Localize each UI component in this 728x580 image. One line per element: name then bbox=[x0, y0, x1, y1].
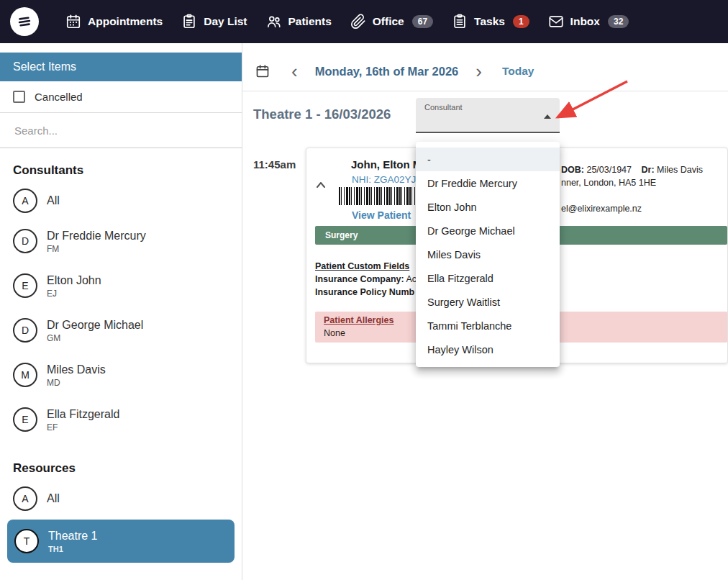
current-date-label: Monday, 16th of Mar 2026 bbox=[315, 65, 459, 78]
nav-tasks[interactable]: Tasks 1 bbox=[442, 14, 539, 30]
resource-name: Theatre 1 bbox=[48, 529, 97, 543]
consultant-code: EJ bbox=[47, 289, 101, 299]
menu-option-elton-john[interactable]: Elton John bbox=[416, 195, 560, 219]
dob-value: 25/03/1947 bbox=[586, 165, 632, 175]
nav-label: Day List bbox=[204, 15, 247, 28]
menu-option-hayley-wilson[interactable]: Hayley Wilson bbox=[416, 337, 560, 361]
consultant-select[interactable]: Consultant bbox=[416, 98, 560, 133]
avatar: M bbox=[13, 363, 37, 387]
calendar-icon bbox=[255, 64, 270, 78]
consultant-code: MD bbox=[47, 379, 106, 388]
consultant-name: Dr Freddie Mercury bbox=[47, 229, 146, 243]
consultant-name: Ella Fitzgerald bbox=[47, 407, 119, 422]
theatre-day-title: Theatre 1 - 16/03/2026 bbox=[253, 107, 391, 122]
resource-name: All bbox=[47, 491, 60, 506]
sidebar-item-ella-fitzgerald[interactable]: E Ella Fitzgerald EF bbox=[0, 397, 242, 442]
sidebar-item-george-michael[interactable]: D Dr George Michael GM bbox=[0, 308, 242, 353]
date-navigation-bar: ‹ Monday, 16th of Mar 2026 › Today bbox=[242, 43, 728, 91]
menu-option-george-michael[interactable]: Dr George Michael bbox=[416, 219, 560, 243]
next-day-button[interactable]: › bbox=[468, 62, 489, 81]
cancelled-filter-row: Cancelled bbox=[0, 81, 242, 113]
cancelled-label: Cancelled bbox=[35, 91, 83, 103]
app-logo[interactable] bbox=[10, 7, 39, 36]
dob-label: DOB: bbox=[561, 165, 584, 175]
menu-option-ella-fitzgerald[interactable]: Ella Fitzgerald bbox=[416, 266, 560, 290]
insurance-company-value: Ac bbox=[406, 274, 417, 284]
consultant-select-label: Consultant bbox=[424, 103, 463, 112]
tasks-badge: 1 bbox=[513, 15, 529, 28]
consultant-name: All bbox=[47, 194, 60, 208]
nav-patients[interactable]: Patients bbox=[257, 14, 341, 30]
patient-details: DOB: 25/03/1947 Dr: Miles Davis nner, Lo… bbox=[561, 163, 703, 189]
nav-label: Patients bbox=[288, 15, 332, 28]
search-row bbox=[0, 113, 242, 148]
consultant-code: FM bbox=[47, 245, 146, 254]
nav-label: Office bbox=[373, 15, 404, 28]
avatar: D bbox=[13, 318, 37, 343]
cancelled-checkbox[interactable] bbox=[13, 91, 25, 103]
menu-option-freddie-mercury[interactable]: Dr Freddie Mercury bbox=[416, 171, 560, 195]
day-list-icon bbox=[181, 14, 197, 30]
avatar: T bbox=[14, 529, 39, 553]
search-input[interactable] bbox=[13, 124, 229, 137]
patient-email: el@elixirexample.nz bbox=[561, 204, 642, 214]
top-navigation: Appointments Day List Patients bbox=[0, 0, 728, 43]
previous-day-button[interactable]: ‹ bbox=[284, 62, 305, 81]
avatar: A bbox=[13, 486, 37, 511]
consultant-name: Elton John bbox=[47, 273, 101, 288]
doctor-label: Dr: bbox=[641, 165, 654, 175]
surgery-label: Surgery bbox=[325, 230, 358, 240]
office-badge: 67 bbox=[412, 15, 433, 28]
tasks-icon bbox=[452, 14, 468, 30]
collapse-chevron-icon[interactable] bbox=[315, 180, 327, 193]
main-area: ‹ Monday, 16th of Mar 2026 › Today Theat… bbox=[242, 43, 728, 580]
paperclip-icon bbox=[350, 14, 366, 30]
custom-fields-header: Patient Custom Fields bbox=[315, 261, 409, 271]
nav-appointments[interactable]: Appointments bbox=[56, 14, 172, 30]
sidebar-title: Select Items bbox=[0, 53, 242, 81]
consultant-name: Dr George Michael bbox=[47, 318, 143, 332]
patients-icon bbox=[266, 14, 282, 30]
consultants-header: Consultants bbox=[0, 148, 242, 183]
view-patient-link[interactable]: View Patient bbox=[352, 209, 411, 221]
doctor-value: Miles Davis bbox=[657, 165, 703, 175]
consultant-code: GM bbox=[47, 334, 143, 343]
menu-option-surgery-waitlist[interactable]: Surgery Waitlist bbox=[416, 290, 560, 314]
appointment-time: 11:45am bbox=[253, 158, 296, 171]
nav-inbox[interactable]: Inbox 32 bbox=[539, 14, 639, 30]
insurance-company-label: Insurance Company: bbox=[315, 274, 404, 284]
calendar-picker-button[interactable] bbox=[255, 64, 270, 78]
nav-label: Appointments bbox=[88, 15, 163, 28]
menu-option-miles-davis[interactable]: Miles Davis bbox=[416, 243, 560, 266]
caret-up-icon bbox=[544, 114, 551, 119]
sidebar-item-freddie-mercury[interactable]: D Dr Freddie Mercury FM bbox=[0, 219, 242, 263]
avatar: E bbox=[13, 407, 37, 432]
sidebar-item-consultant-all[interactable]: A All bbox=[0, 183, 242, 219]
menu-option-tammi-terblanche[interactable]: Tammi Terblanche bbox=[416, 314, 560, 337]
inbox-badge: 32 bbox=[608, 15, 629, 28]
sidebar-item-miles-davis[interactable]: M Miles Davis MD bbox=[0, 353, 242, 397]
sidebar-item-theatre-1[interactable]: T Theatre 1 TH1 bbox=[7, 520, 235, 563]
sidebar-item-elton-john[interactable]: E Elton John EJ bbox=[0, 263, 242, 308]
envelope-icon bbox=[548, 14, 564, 30]
calendar-icon bbox=[65, 14, 81, 30]
sidebar: Select Items Cancelled Consultants A All… bbox=[0, 43, 242, 580]
nav-office[interactable]: Office 67 bbox=[341, 14, 442, 30]
today-button[interactable]: Today bbox=[502, 65, 534, 78]
resource-code: TH1 bbox=[48, 545, 97, 554]
patient-custom-fields: Patient Custom Fields Insurance Company:… bbox=[315, 260, 417, 299]
consultant-code: EF bbox=[47, 423, 119, 432]
insurance-policy-label: Insurance Policy Numb bbox=[315, 287, 414, 297]
sidebar-item-resource-all[interactable]: A All bbox=[0, 481, 242, 517]
patient-nhi: NHI: ZGA02YJ A bbox=[352, 174, 424, 185]
menu-option-none[interactable]: - bbox=[416, 148, 560, 171]
consultant-dropdown-menu: - Dr Freddie Mercury Elton John Dr Georg… bbox=[416, 142, 560, 367]
nav-day-list[interactable]: Day List bbox=[172, 14, 256, 30]
resources-header: Resources bbox=[0, 442, 242, 481]
patient-address: nner, London, HA5 1HE bbox=[561, 178, 656, 188]
nav-label: Tasks bbox=[474, 15, 505, 28]
avatar: E bbox=[13, 273, 37, 298]
avatar: D bbox=[13, 229, 37, 253]
consultant-name: Miles Davis bbox=[47, 363, 106, 377]
nav-label: Inbox bbox=[570, 15, 600, 28]
